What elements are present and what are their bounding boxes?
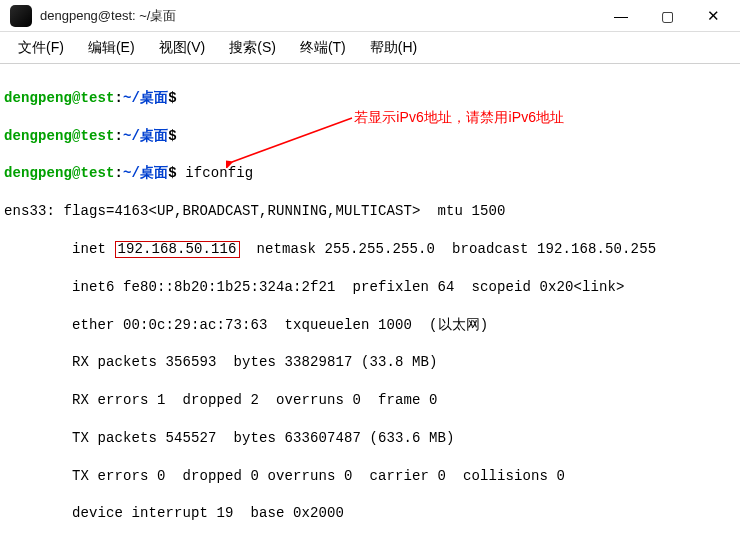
window-controls: — ▢ ✕ — [598, 0, 736, 32]
titlebar: dengpeng@test: ~/桌面 — ▢ ✕ — [0, 0, 740, 32]
annotation-text: 若显示iPv6地址，请禁用iPv6地址 — [354, 108, 564, 127]
prompt-userhost: dengpeng@test — [4, 90, 115, 106]
out-ens33-rx-errors: RX errors 1 dropped 2 overruns 0 frame 0 — [4, 391, 734, 410]
prompt-path: ~/桌面 — [123, 90, 168, 106]
menu-view[interactable]: 视图(V) — [147, 35, 218, 61]
prompt-line-cmd: dengpeng@test:~/桌面$ ifconfig — [4, 164, 734, 183]
maximize-button[interactable]: ▢ — [644, 0, 690, 32]
close-button[interactable]: ✕ — [690, 0, 736, 32]
out-ens33-ether: ether 00:0c:29:ac:73:63 txqueuelen 1000 … — [4, 316, 734, 335]
out-ens33-tx-errors: TX errors 0 dropped 0 overruns 0 carrier… — [4, 467, 734, 486]
menu-edit[interactable]: 编辑(E) — [76, 35, 147, 61]
window-title: dengpeng@test: ~/桌面 — [40, 7, 598, 25]
menu-terminal[interactable]: 终端(T) — [288, 35, 358, 61]
menu-help[interactable]: 帮助(H) — [358, 35, 429, 61]
terminal-app-icon — [10, 5, 32, 27]
menu-file[interactable]: 文件(F) — [6, 35, 76, 61]
out-ens33-device: device interrupt 19 base 0x2000 — [4, 504, 734, 523]
minimize-button[interactable]: — — [598, 0, 644, 32]
out-ens33-rx-packets: RX packets 356593 bytes 33829817 (33.8 M… — [4, 353, 734, 372]
menubar: 文件(F) 编辑(E) 视图(V) 搜索(S) 终端(T) 帮助(H) — [0, 32, 740, 64]
out-ens33-inet6: inet6 fe80::8b20:1b25:324a:2f21 prefixle… — [4, 278, 734, 297]
menu-search[interactable]: 搜索(S) — [217, 35, 288, 61]
prompt-line-2: dengpeng@test:~/桌面$ — [4, 127, 734, 146]
out-ens33-header: ens33: flags=4163<UP,BROADCAST,RUNNING,M… — [4, 202, 734, 221]
out-ens33-inet: inet 192.168.50.116 netmask 255.255.255.… — [4, 240, 734, 259]
command-text: ifconfig — [185, 165, 253, 181]
highlighted-ip: 192.168.50.116 — [115, 241, 240, 258]
out-ens33-tx-packets: TX packets 545527 bytes 633607487 (633.6… — [4, 429, 734, 448]
terminal-area[interactable]: dengpeng@test:~/桌面$ dengpeng@test:~/桌面$ … — [0, 64, 740, 546]
prompt-line-1: dengpeng@test:~/桌面$ — [4, 89, 734, 108]
